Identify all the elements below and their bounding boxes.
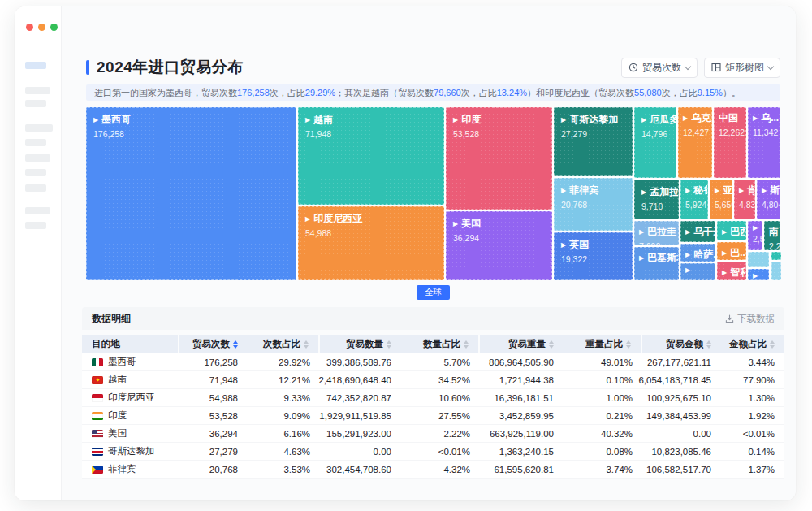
- column-header-3[interactable]: 次数占比: [248, 335, 320, 353]
- table-cell: 3.74%: [564, 461, 642, 478]
- drilldown-arrow-icon: ▶: [753, 115, 758, 122]
- sidebar-item[interactable]: [25, 154, 50, 162]
- treemap-node-label: 印度尼西亚: [313, 212, 362, 226]
- sort-icon[interactable]: [464, 340, 469, 349]
- treemap-node-乌克兰[interactable]: ▶乌克兰12,427: [678, 107, 712, 178]
- destination-cell: 美国: [82, 425, 179, 442]
- sidebar-item[interactable]: [25, 222, 46, 229]
- treemap-breadcrumb: 全球: [86, 284, 780, 300]
- treemap-node-印度尼西亚[interactable]: ▶印度尼西亚54,988: [298, 206, 444, 280]
- sidebar-item[interactable]: [25, 87, 50, 94]
- drilldown-arrow-icon: ▶: [739, 188, 744, 194]
- table-cell: 12.21%: [248, 371, 320, 388]
- table-cell: 20,768: [179, 461, 248, 478]
- column-header-6[interactable]: 贸易重量: [480, 335, 564, 353]
- sort-icon[interactable]: [706, 340, 711, 349]
- column-header-8[interactable]: 贸易金额: [642, 335, 721, 353]
- treemap-node-乌...[interactable]: ▶乌...11,342: [748, 107, 780, 178]
- table-cell: 1.92%: [721, 407, 784, 424]
- sidebar-item[interactable]: [25, 207, 50, 214]
- treemap-node-value: 54,988: [305, 228, 437, 238]
- treemap-node-印度[interactable]: ▶印度53,528: [446, 107, 552, 210]
- sort-icon[interactable]: [304, 340, 309, 349]
- table-cell: 3.44%: [721, 353, 784, 370]
- table-cell: 4.32%: [401, 461, 480, 478]
- treemap-node-美国[interactable]: ▶美国36,294: [446, 211, 552, 280]
- download-data-button[interactable]: 下载数据: [725, 313, 775, 325]
- treemap-node-厄瓜多尔[interactable]: ▶厄瓜多尔14,796: [634, 107, 676, 178]
- sort-icon[interactable]: [233, 340, 238, 349]
- zoom-window-icon[interactable]: [50, 24, 58, 31]
- treemap-node[interactable]: [748, 252, 769, 267]
- treemap-node-label: 巴基斯坦: [647, 251, 679, 265]
- breadcrumb-global-button[interactable]: 全球: [417, 285, 450, 300]
- minimize-window-icon[interactable]: [38, 24, 45, 31]
- treemap-node-肯[interactable]: ▶肯4,836: [734, 180, 755, 219]
- treemap-node[interactable]: [771, 262, 781, 280]
- details-title: 数据明细: [92, 312, 131, 326]
- main-panel: 2024年进口贸易分布 贸易次数 矩形树图: [61, 6, 796, 500]
- sidebar-item[interactable]: [25, 139, 46, 146]
- sidebar-skeleton: [15, 6, 61, 500]
- treemap-node-墨西哥[interactable]: ▶墨西哥176,258: [86, 107, 296, 280]
- drilldown-arrow-icon: ▶: [453, 221, 458, 227]
- summary-text: 次，占比: [270, 88, 305, 97]
- treemap-node-中国[interactable]: 中国12,262: [714, 107, 746, 178]
- drilldown-arrow-icon: ▶: [641, 117, 646, 123]
- treemap-node-南[interactable]: 南2,2: [764, 221, 780, 250]
- treemap-node-巴西[interactable]: ▶巴西: [717, 221, 746, 240]
- treemap-node-value: 71,948: [305, 129, 437, 139]
- sort-icon[interactable]: [387, 340, 391, 349]
- treemap-node[interactable]: ▶: [748, 269, 769, 280]
- treemap-node-菲律宾[interactable]: ▶菲律宾20,768: [554, 178, 633, 231]
- column-header-2[interactable]: 贸易次数: [179, 335, 248, 353]
- treemap-node-智利[interactable]: ▶智利: [717, 262, 746, 280]
- chart-type-selector[interactable]: 矩形树图: [704, 58, 780, 78]
- close-window-icon[interactable]: [26, 24, 33, 31]
- summary-highlight-value: 79,660: [434, 88, 461, 97]
- treemap-node[interactable]: [771, 252, 781, 260]
- treemap-node-value: 20,768: [561, 200, 625, 210]
- table-cell: 10,823,085.46: [642, 443, 721, 460]
- table-cell: 2.22%: [401, 425, 480, 442]
- column-header-7[interactable]: 重量占比: [564, 335, 642, 353]
- destination-cell: 印度尼西亚: [82, 389, 179, 406]
- treemap-node-越南[interactable]: ▶越南71,948: [298, 107, 444, 205]
- sort-icon[interactable]: [549, 340, 554, 349]
- sidebar-item[interactable]: [25, 184, 46, 192]
- destination-name: 墨西哥: [108, 356, 136, 368]
- treemap-node[interactable]: ▶2,5: [748, 221, 762, 250]
- sidebar-item[interactable]: [25, 100, 46, 107]
- column-header-9[interactable]: 金额占比: [721, 335, 784, 353]
- column-header-4[interactable]: 贸易数量: [320, 335, 401, 353]
- summary-text: ）和印度尼西亚（贸易次数: [527, 88, 634, 97]
- treemap-node-哈萨...[interactable]: ▶哈萨...: [680, 244, 715, 262]
- treemap-node-巴...[interactable]: ▶巴...: [717, 242, 746, 260]
- table-cell: 34.52%: [401, 371, 480, 388]
- sidebar-item[interactable]: [25, 169, 46, 176]
- treemap-node-英国[interactable]: ▶英国19,322: [554, 232, 633, 280]
- sidebar-item-active[interactable]: [25, 62, 46, 69]
- treemap-node-斯[interactable]: ▶斯4,804: [757, 180, 780, 219]
- drilldown-arrow-icon: ▶: [561, 188, 566, 194]
- table-cell: 27.55%: [401, 407, 480, 424]
- page-title: 2024年进口贸易分布: [97, 57, 244, 78]
- metric-selector[interactable]: 贸易次数: [621, 58, 698, 78]
- treemap-node-巴基斯坦[interactable]: ▶巴基斯坦: [634, 247, 679, 280]
- clock-icon: [628, 63, 638, 72]
- sort-icon[interactable]: [626, 340, 631, 349]
- drilldown-arrow-icon: ▶: [722, 250, 727, 257]
- drilldown-arrow-icon: ▶: [641, 189, 646, 196]
- chart-type-selector-label: 矩形树图: [725, 61, 764, 75]
- treemap-node-哥斯达黎加[interactable]: ▶哥斯达黎加27,279: [554, 107, 633, 176]
- treemap-node-孟加拉国[interactable]: ▶孟加拉国9,710: [634, 180, 679, 219]
- sidebar-item[interactable]: [25, 124, 53, 132]
- treemap-node-亚[interactable]: ▶亚5,650: [710, 180, 732, 219]
- treemap-node-秘鲁[interactable]: ▶秘鲁5,924: [680, 180, 708, 219]
- treemap-node-巴拉圭[interactable]: ▶巴拉圭7,690: [634, 221, 679, 245]
- treemap-node[interactable]: ▶: [680, 263, 715, 280]
- column-header-5[interactable]: 数量占比: [401, 335, 480, 353]
- sort-icon[interactable]: [770, 340, 775, 349]
- destination-name: 哥斯达黎加: [108, 445, 155, 457]
- treemap-node-乌干达[interactable]: ▶乌干达: [680, 221, 715, 242]
